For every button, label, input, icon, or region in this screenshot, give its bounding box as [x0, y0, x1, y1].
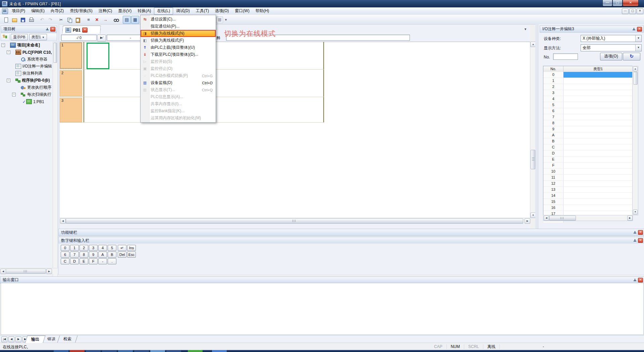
menubar-item[interactable]: 注释(C): [96, 7, 115, 15]
chevron-down-icon[interactable]: ▼: [635, 35, 641, 42]
pin-icon[interactable]: [633, 239, 637, 243]
table-row[interactable]: E: [543, 157, 633, 163]
comment-cell[interactable]: [564, 90, 633, 96]
options-button[interactable]: 选项(O): [600, 53, 622, 60]
tree-node[interactable]: ✓ 更改执行顺序: [1, 84, 52, 91]
toolbar-button[interactable]: [123, 16, 131, 24]
taskbar-item[interactable]: [188, 350, 203, 352]
comment-cell[interactable]: [564, 114, 633, 120]
toolbar-more-icon[interactable]: ▼: [224, 18, 227, 21]
keypad-action-key[interactable]: Esc: [127, 252, 136, 258]
pin-icon[interactable]: [633, 278, 637, 282]
comment-cell[interactable]: [564, 193, 633, 199]
monitor-toggle-button[interactable]: ▶∕: [97, 35, 106, 41]
step-position-field[interactable]: -/ 0: [61, 35, 97, 41]
tree-node[interactable]: ✓ 系统寄存器: [1, 56, 52, 63]
tree-node[interactable]: − ✓ 程序块(PB-0步): [1, 77, 52, 84]
keypad-key[interactable]: 2: [79, 245, 88, 251]
toolbar-button[interactable]: [131, 16, 139, 24]
menubar-item[interactable]: 窗口(W): [232, 7, 252, 15]
keypad-key[interactable]: 7: [70, 252, 79, 258]
prev-tab-button[interactable]: ◀: [8, 337, 14, 342]
maximize-button[interactable]: ▢: [612, 0, 623, 6]
table-row[interactable]: 10: [543, 169, 633, 175]
table-row[interactable]: F: [543, 163, 633, 169]
menubar-item[interactable]: 编辑(E): [28, 7, 48, 15]
toolbar-button[interactable]: [46, 16, 54, 24]
table-row[interactable]: C: [543, 144, 633, 150]
scrollbar-thumb[interactable]: [66, 218, 523, 224]
tree-node[interactable]: ✓ 1:PB1: [1, 98, 52, 105]
menu-item[interactable]: 通信设置(C)...: [141, 16, 216, 23]
menu-item[interactable]: PLC动作模式切换(P) Ctrl+G: [141, 72, 216, 79]
keypad-key[interactable]: B: [108, 252, 116, 258]
tab-list-icon[interactable]: ▼: [524, 28, 527, 31]
table-row[interactable]: D: [543, 150, 633, 157]
pin-icon[interactable]: [633, 231, 637, 234]
toolbar-button[interactable]: [85, 16, 93, 24]
comment-cell[interactable]: [564, 150, 633, 156]
menu-item[interactable]: 设备监视(D) Ctrl+D: [141, 79, 216, 86]
menubar-item[interactable]: 查找/替换(S): [67, 7, 95, 15]
keypad-key[interactable]: .: [108, 258, 116, 264]
menubar-item[interactable]: 帮助(H): [253, 7, 272, 15]
comment-cell[interactable]: [564, 108, 633, 114]
comment-cell[interactable]: [564, 78, 633, 84]
keypad-key[interactable]: 8: [79, 252, 88, 258]
keypad-key[interactable]: 6: [61, 252, 69, 258]
menu-item[interactable]: 切换为在线模式(N): [141, 30, 216, 37]
table-row[interactable]: 2: [543, 84, 633, 90]
scrollbar-thumb[interactable]: [53, 43, 57, 63]
tree-node[interactable]: ✓ I/O注释一并编辑: [1, 63, 52, 70]
show-pb-button[interactable]: 显示PB: [11, 34, 28, 40]
tree-expander[interactable]: −: [7, 79, 10, 82]
keypad-key[interactable]: C: [61, 258, 69, 264]
menu-item[interactable]: 状态显示(T)... Ctrl+Q: [141, 86, 216, 93]
tab-close-button[interactable]: ✕: [82, 28, 88, 33]
comment-cell[interactable]: [564, 132, 633, 138]
comment-cell[interactable]: [564, 181, 633, 186]
toolbar-button[interactable]: [57, 16, 65, 24]
scrollbar-thumb[interactable]: [633, 72, 638, 85]
table-row[interactable]: 7: [543, 114, 633, 120]
keypad-action-key[interactable]: Del: [118, 252, 126, 258]
keypad-key[interactable]: D: [70, 258, 79, 264]
minimize-button[interactable]: —: [602, 0, 612, 6]
table-row[interactable]: 13: [543, 187, 633, 193]
pin-icon[interactable]: [632, 28, 636, 31]
menu-item[interactable]: 运算用内存区域的初始化(M): [141, 115, 216, 122]
table-horizontal-scrollbar[interactable]: ◀ ▶: [543, 215, 633, 221]
keypad-key[interactable]: 3: [89, 245, 98, 251]
comment-cell[interactable]: [564, 169, 633, 174]
menu-item[interactable]: 监控开始(S): [141, 58, 216, 65]
type-select[interactable]: 类型1 ▼: [29, 34, 47, 40]
menubar-item[interactable]: 项目(P): [9, 7, 28, 15]
tree-node[interactable]: ✓ 块注释列表: [1, 70, 52, 77]
chevron-down-icon[interactable]: ▼: [635, 45, 641, 51]
taskbar-item[interactable]: [86, 350, 101, 352]
menu-item[interactable]: 下载至PLC(项目整体)(D)...: [141, 51, 216, 58]
scroll-left-button[interactable]: ◀: [60, 218, 66, 224]
scroll-right-button[interactable]: ▶: [46, 269, 52, 274]
menu-item[interactable]: 监控Bank指定(K)...: [141, 107, 216, 115]
mdi-restore-button[interactable]: ▢: [629, 8, 636, 14]
rung-number-cell[interactable]: 2: [60, 70, 82, 96]
table-row[interactable]: 14: [543, 193, 633, 199]
scroll-left-button[interactable]: ◀: [544, 216, 549, 221]
keypad-key[interactable]: A: [98, 252, 107, 258]
taskbar-item[interactable]: [134, 350, 149, 352]
comment-cell[interactable]: [564, 157, 633, 162]
panel-close-button[interactable]: ✕: [638, 238, 643, 243]
table-row[interactable]: 1: [543, 78, 633, 84]
tree-node[interactable]: − ✓ 每次扫描执行: [1, 91, 52, 98]
toolbar-button[interactable]: [38, 16, 46, 24]
toolbar-button[interactable]: [65, 16, 73, 24]
scrollbar-thumb[interactable]: [6, 269, 46, 274]
taskbar-item[interactable]: [118, 350, 133, 352]
menubar-item[interactable]: 向导(Z): [48, 7, 67, 15]
table-row[interactable]: 5: [543, 102, 633, 108]
comment-cell[interactable]: [564, 205, 633, 211]
menubar-item[interactable]: 转换(A): [135, 7, 154, 15]
comment-cell[interactable]: [564, 199, 633, 205]
no-input[interactable]: [553, 53, 578, 60]
